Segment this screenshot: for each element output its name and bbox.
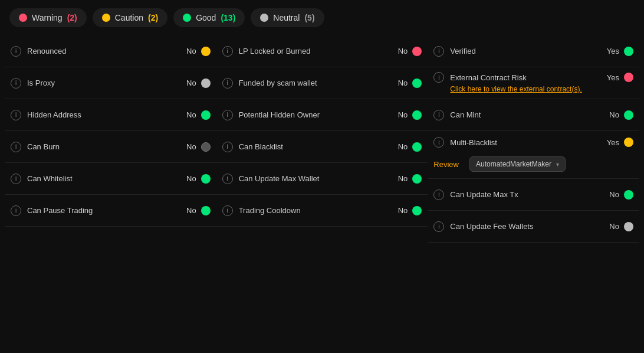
item-label: LP Locked or Burned [239,47,398,55]
info-icon[interactable]: i [222,78,233,89]
caution-count: (2) [148,13,158,22]
item-value: No [609,190,619,199]
status-dot [412,110,422,120]
external-contract-link[interactable]: Click here to view the external contract… [433,85,581,93]
status-dot [201,79,211,88]
item-value: Yes [607,73,619,82]
list-item: i Can Update Fee Wallets No [428,211,639,243]
list-item: i Can Update Max Wallet No [216,163,428,195]
info-icon[interactable]: i [11,205,21,216]
column-1: i Renounced No i Is Proxy No i Hidden Ad… [5,35,216,243]
review-label: Review [433,160,459,169]
info-icon[interactable]: i [11,110,21,120]
info-icon[interactable]: i [433,72,444,83]
status-dot [624,190,633,200]
item-label: Renounced [27,47,186,55]
list-item: i LP Locked or Burned No [216,35,428,67]
info-icon[interactable]: i [222,110,233,120]
item-label: Hidden Address [27,110,186,119]
status-dot [412,79,422,88]
info-icon[interactable]: i [433,110,444,120]
main-grid: i Renounced No i Is Proxy No i Hidden Ad… [0,35,644,243]
item-value: Yes [607,47,619,55]
status-dot [624,110,633,120]
info-icon[interactable]: i [222,174,233,184]
item-label: Trading Cooldown [239,206,398,215]
neutral-label: Neutral [273,13,300,22]
review-dropdown[interactable]: AutomatedMarketMaker ▾ [469,156,566,172]
badge-neutral[interactable]: Neutral (5) [251,8,324,27]
item-value: No [398,47,408,55]
list-item: i Renounced No [5,35,216,67]
list-item: i Can Update Max Tx No [428,179,639,211]
multi-blacklist-section: i Multi-Blacklist Yes Review AutomatedMa… [428,131,639,179]
list-item: i Hidden Address No [5,99,216,131]
item-label: Can Blacklist [239,142,398,151]
list-item: i Can Whitelist No [5,163,216,195]
item-value: No [186,174,196,183]
item-label: External Contract Risk [450,73,606,82]
badge-good[interactable]: Good (13) [173,8,245,27]
status-dot [412,206,422,215]
status-dot [412,47,422,56]
info-icon[interactable]: i [222,142,233,152]
item-label: Can Update Max Wallet [239,174,398,183]
info-icon[interactable]: i [11,46,21,57]
item-value: No [609,222,619,231]
list-item: i Verified Yes [428,35,639,67]
status-dot [201,174,211,184]
info-icon[interactable]: i [433,189,444,200]
item-value: No [398,174,408,183]
item-label: Can Pause Trading [27,206,186,215]
header: Warning (2) Caution (2) Good (13) Neutra… [0,0,644,35]
item-value: No [398,79,408,87]
status-dot [412,174,422,184]
status-dot [201,142,211,152]
item-label: Can Burn [27,142,186,151]
warning-count: (2) [67,13,77,22]
column-2: i LP Locked or Burned No i Funded by sca… [216,35,428,243]
status-dot [201,47,211,56]
external-risk-top: i External Contract Risk Yes [433,72,633,83]
item-value: No [398,142,408,151]
column-3: i Verified Yes i External Contract Risk … [428,35,639,243]
list-item: i Can Pause Trading No [5,195,216,227]
item-label: Can Update Fee Wallets [450,222,609,231]
info-icon[interactable]: i [433,137,444,148]
item-value: No [398,110,408,119]
item-label: Is Proxy [27,79,186,87]
info-icon[interactable]: i [11,174,21,184]
chevron-down-icon: ▾ [556,161,559,168]
multi-blacklist-row: i Multi-Blacklist Yes [428,131,639,150]
item-label: Can Update Max Tx [450,190,609,199]
info-icon[interactable]: i [11,142,21,152]
item-value: Yes [607,138,619,147]
list-item: i Trading Cooldown No [216,195,428,227]
item-label: Multi-Blacklist [450,138,606,147]
good-count: (13) [221,13,235,22]
external-risk-item: i External Contract Risk Yes Click here … [428,67,639,99]
list-item: i Can Burn No [5,131,216,163]
dropdown-value: AutomatedMarketMaker [476,160,551,168]
good-label: Good [196,13,216,22]
item-value: No [186,47,196,55]
info-icon[interactable]: i [222,46,233,57]
info-icon[interactable]: i [11,78,21,89]
badge-warning[interactable]: Warning (2) [9,8,87,27]
status-dot [201,110,211,120]
review-row: Review AutomatedMarketMaker ▾ [428,150,639,178]
info-icon[interactable]: i [433,46,444,57]
neutral-dot [260,14,268,22]
item-value: No [186,79,196,87]
list-item: i Can Blacklist No [216,131,428,163]
status-dot [624,138,633,147]
item-value: No [609,110,619,119]
badge-caution[interactable]: Caution (2) [93,8,167,27]
info-icon[interactable]: i [433,221,444,232]
info-icon[interactable]: i [222,205,233,216]
status-dot [624,47,633,56]
item-label: Potential Hidden Owner [239,110,398,119]
list-item: i Can Mint No [428,99,639,131]
warning-dot [19,14,27,22]
status-dot [201,206,211,215]
